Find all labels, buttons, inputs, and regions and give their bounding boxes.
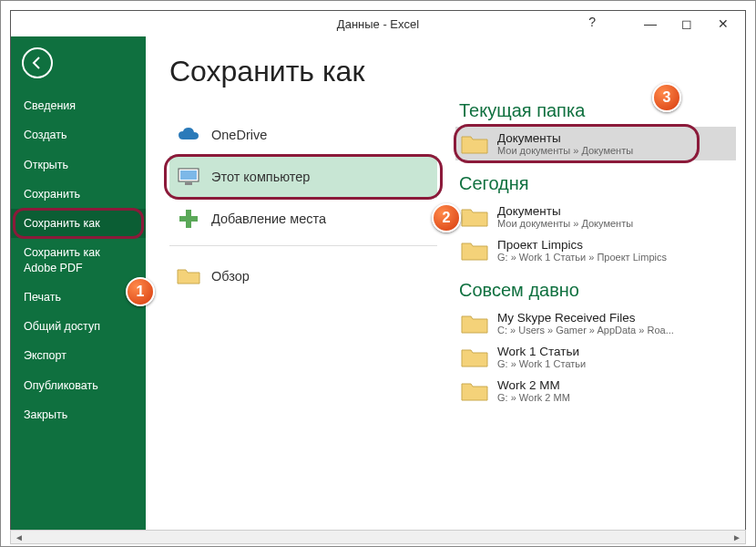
folder-icon: [461, 380, 488, 402]
horizontal-scrollbar[interactable]: ◄►: [10, 530, 746, 544]
page-title: Сохранить как: [169, 55, 437, 88]
cloud-icon: [177, 123, 200, 147]
svg-rect-2: [185, 182, 192, 185]
folder-icon: [461, 313, 488, 335]
folder-icon: [461, 346, 488, 368]
place-add-location[interactable]: Добавление места 2: [169, 198, 437, 240]
section-current-folder: Текущая папка: [459, 100, 736, 121]
plus-icon: [177, 207, 200, 231]
sidebar-item-info[interactable]: Сведения: [11, 91, 146, 120]
section-today: Сегодня: [459, 173, 736, 194]
sidebar-item-saveas[interactable]: Сохранить как: [11, 209, 146, 238]
maximize-button[interactable]: ◻: [669, 11, 705, 36]
sidebar-item-new[interactable]: Создать: [11, 120, 146, 150]
sidebar-item-close[interactable]: Закрыть: [11, 400, 146, 429]
close-button[interactable]: ✕: [705, 11, 741, 36]
sidebar-item-saveas-pdf[interactable]: Сохранить как Adobe PDF: [11, 238, 146, 283]
minimize-button[interactable]: —: [632, 11, 669, 36]
folder-icon: [461, 133, 488, 155]
computer-icon: [177, 165, 200, 189]
place-label: OneDrive: [211, 128, 267, 142]
place-label: Добавление места: [211, 212, 326, 226]
place-onedrive[interactable]: OneDrive: [169, 114, 437, 156]
sidebar-item-share[interactable]: Общий доступ: [11, 312, 146, 341]
callout-2: 2: [432, 203, 461, 232]
sidebar-item-export[interactable]: Экспорт: [11, 341, 146, 370]
section-long-ago: Совсем давно: [459, 280, 736, 301]
place-this-pc[interactable]: Этот компьютер: [169, 156, 437, 198]
place-label: Этот компьютер: [211, 170, 310, 184]
folder-icon: [461, 240, 488, 262]
folder-icon: [177, 264, 200, 288]
callout-1: 1: [126, 277, 155, 306]
svg-rect-1: [180, 170, 197, 180]
folder-work1[interactable]: Work 1 СтатьиG: » Work 1 Статьи: [455, 340, 736, 374]
folder-icon: [461, 206, 488, 228]
window-title: Данные - Excel: [337, 17, 419, 31]
callout-3: 3: [652, 83, 681, 112]
folder-current-documents[interactable]: Документы Мои документы » Документы: [455, 127, 736, 160]
titlebar: Данные - Excel ? — ◻ ✕: [11, 11, 745, 36]
folder-work2[interactable]: Work 2 ММG: » Work 2 ММ: [455, 374, 736, 408]
svg-rect-4: [179, 216, 198, 222]
back-button[interactable]: [22, 47, 53, 78]
folder-skype[interactable]: My Skype Received FilesC: » Users » Game…: [455, 306, 736, 340]
folder-today-limpics[interactable]: Проект LimpicsG: » Work 1 Статьи » Проек…: [455, 233, 736, 267]
place-browse[interactable]: Обзор: [169, 255, 437, 297]
folder-today-documents[interactable]: ДокументыМои документы » Документы: [455, 200, 736, 233]
help-icon[interactable]: ?: [588, 15, 596, 29]
sidebar-item-save[interactable]: Сохранить: [11, 180, 146, 209]
sidebar-item-publish[interactable]: Опубликовать: [11, 371, 146, 400]
place-label: Обзор: [211, 269, 250, 284]
sidebar-item-open[interactable]: Открыть: [11, 150, 146, 180]
backstage-sidebar: Сведения Создать Открыть Сохранить Сохра…: [11, 36, 146, 536]
